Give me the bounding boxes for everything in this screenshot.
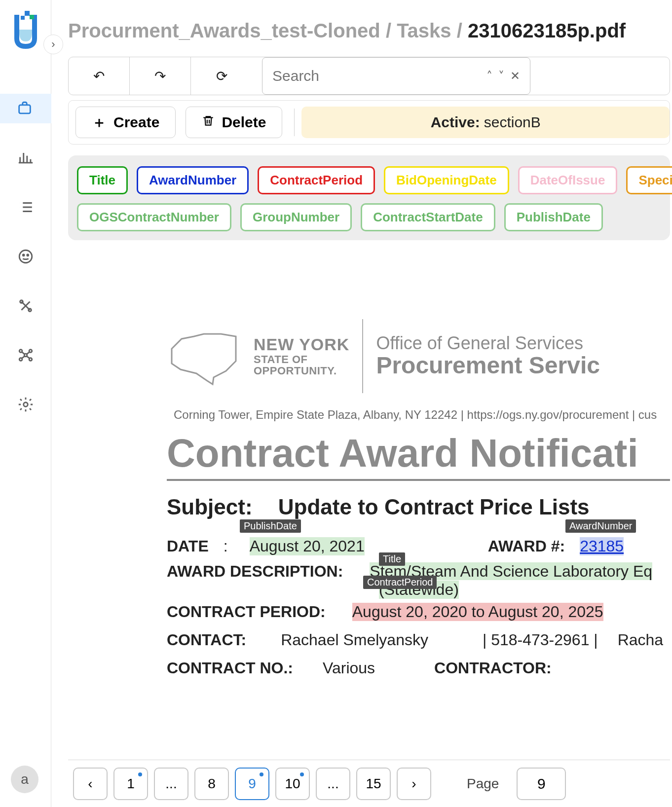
svg-point-14	[23, 403, 28, 407]
user-avatar[interactable]: a	[11, 766, 38, 793]
pagination: ‹ 1 ... 8 9 10 ... 15 › Page	[68, 760, 670, 807]
doc-title: Contract Award Notificati	[167, 431, 670, 481]
nav-brain[interactable]	[11, 242, 40, 271]
nav-list[interactable]	[11, 192, 40, 222]
award-num-label: AWARD #:	[488, 537, 565, 555]
breadcrumb-project[interactable]: Procurment_Awards_test-Cloned	[68, 20, 380, 41]
active-label: Active:	[431, 114, 480, 131]
page-next-button[interactable]: ›	[397, 768, 431, 800]
award-num-value[interactable]: 23185	[580, 537, 624, 555]
active-value: sectionB	[484, 114, 541, 131]
app-logo	[11, 10, 40, 49]
expand-sidebar-button[interactable]: ›	[43, 35, 63, 54]
page-prev-button[interactable]: ‹	[73, 768, 108, 800]
chevron-right-icon: ›	[51, 38, 55, 51]
contract-no-value: Various	[323, 659, 375, 677]
sidebar: a	[0, 0, 51, 807]
tag-dateofissue[interactable]: DateOfIssue	[518, 166, 618, 194]
nav-graph[interactable]	[11, 340, 40, 370]
annotation-contractperiod[interactable]: ContractPeriod	[363, 576, 437, 589]
search-prev-icon[interactable]: ˄	[486, 69, 492, 83]
svg-point-10	[29, 350, 32, 353]
svg-rect-2	[21, 16, 25, 20]
nav-tools[interactable]	[11, 291, 40, 321]
contact-phone: | 518-473-2961 |	[483, 631, 598, 649]
active-region-pill: Active: sectionB	[301, 107, 670, 138]
search-box: ˄ ˅ ✕	[262, 57, 530, 95]
page-ellipsis2[interactable]: ...	[316, 768, 350, 800]
search-next-icon[interactable]: ˅	[498, 69, 504, 83]
contact-label: CONTACT:	[167, 631, 246, 649]
ny-text: NEW YORK STATE OF OPPORTUNITY.	[254, 336, 349, 376]
svg-point-12	[29, 358, 32, 361]
annotation-title[interactable]: Title	[379, 552, 405, 566]
tag-contractperiod[interactable]: ContractPeriod	[258, 166, 375, 194]
subject-line: Subject: Update to Contract Price Lists	[167, 495, 670, 519]
svg-point-9	[19, 350, 22, 353]
doc-address: Corning Tower, Empire State Plaza, Alban…	[174, 408, 670, 422]
svg-point-13	[24, 354, 27, 357]
page-ellipsis1[interactable]: ...	[154, 768, 188, 800]
tag-specificationr[interactable]: SpecificationR	[626, 166, 672, 194]
toolbar-actions: ＋ Create Delete Active: sectionB	[68, 100, 670, 145]
contract-period-value[interactable]: August 20, 2020 to August 20, 2025	[352, 603, 603, 621]
tag-awardnumber[interactable]: AwardNumber	[137, 166, 249, 194]
contractor-label: CONTRACTOR:	[434, 659, 552, 677]
date-value[interactable]: August 20, 2021	[250, 537, 365, 555]
divider	[294, 109, 295, 136]
document-viewer[interactable]: NEW YORK STATE OF OPPORTUNITY. Office of…	[68, 255, 670, 743]
contract-period-label: CONTRACT PERIOD:	[167, 603, 326, 621]
search-input[interactable]	[272, 68, 481, 84]
svg-rect-3	[19, 105, 31, 113]
page-10-button[interactable]: 10	[275, 768, 310, 800]
tag-groupnumber[interactable]: GroupNumber	[240, 203, 352, 231]
ny-state-icon	[167, 324, 241, 388]
delete-button[interactable]: Delete	[186, 107, 282, 138]
page-15-button[interactable]: 15	[356, 768, 391, 800]
plus-icon: ＋	[92, 112, 107, 133]
undo-icon: ↶	[93, 68, 105, 84]
nav-analytics[interactable]	[11, 143, 40, 173]
undo-button[interactable]: ↶	[69, 57, 130, 95]
nav-settings[interactable]	[11, 390, 40, 419]
contact-email: Racha	[618, 631, 664, 649]
delete-label: Delete	[222, 114, 266, 131]
nav-projects[interactable]	[0, 94, 51, 123]
award-desc-label: AWARD DESCRIPTION:	[167, 562, 343, 581]
breadcrumb-current: 2310623185p.pdf	[468, 20, 626, 41]
refresh-icon: ⟳	[216, 68, 227, 84]
svg-point-6	[27, 255, 28, 256]
page-9-button[interactable]: 9	[235, 768, 269, 800]
create-button[interactable]: ＋ Create	[75, 107, 176, 138]
toolbar-nav: ↶ ↷ ⟳ ˄ ˅ ✕	[68, 57, 670, 95]
tag-bidopeningdate[interactable]: BidOpeningDate	[384, 166, 509, 194]
redo-button[interactable]: ↷	[130, 57, 191, 95]
breadcrumb: Procurment_Awards_test-Cloned / Tasks / …	[51, 0, 672, 52]
refresh-button[interactable]: ⟳	[191, 57, 252, 95]
header-divider	[362, 319, 363, 393]
contract-no-label: CONTRACT NO.:	[167, 659, 293, 677]
tags-panel: Title AwardNumber ContractPeriod BidOpen…	[68, 155, 670, 240]
page-input[interactable]	[517, 768, 566, 800]
page-1-button[interactable]: 1	[113, 768, 148, 800]
main-area: Procurment_Awards_test-Cloned / Tasks / …	[51, 0, 672, 807]
redo-icon: ↷	[154, 68, 166, 84]
annotation-awardnumber[interactable]: AwardNumber	[565, 519, 636, 533]
user-initial: a	[21, 771, 29, 787]
search-close-icon[interactable]: ✕	[510, 69, 520, 83]
breadcrumb-tasks[interactable]: Tasks	[397, 20, 451, 41]
tag-title[interactable]: Title	[77, 166, 128, 194]
date-label: DATE	[167, 537, 209, 555]
page-label: Page	[467, 776, 499, 792]
trash-icon	[202, 114, 215, 131]
svg-point-5	[23, 255, 24, 256]
page-8-button[interactable]: 8	[194, 768, 229, 800]
tag-ogscontractnumber[interactable]: OGSContractNumber	[77, 203, 231, 231]
svg-rect-0	[25, 11, 30, 16]
svg-point-4	[19, 250, 32, 263]
annotation-publishdate[interactable]: PublishDate	[240, 519, 301, 533]
svg-point-11	[19, 358, 22, 361]
tag-contractstartdate[interactable]: ContractStartDate	[361, 203, 495, 231]
ogs-text: Office of General Services Procurement S…	[376, 333, 600, 379]
tag-publishdate[interactable]: PublishDate	[504, 203, 603, 231]
